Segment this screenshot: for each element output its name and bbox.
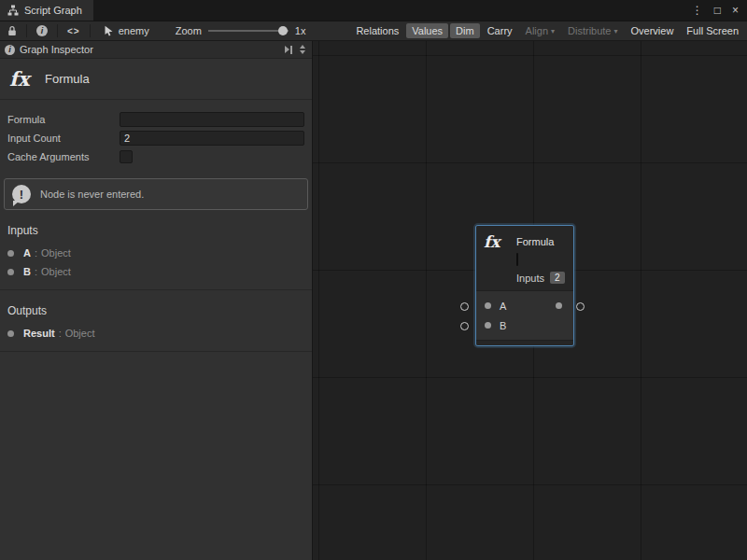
node-output-port-dot[interactable] <box>556 302 562 309</box>
graph-owner-label: enemy <box>119 25 149 36</box>
carry-button[interactable]: Carry <box>482 23 518 38</box>
window-menu-icon[interactable]: ⋮ <box>692 5 703 16</box>
external-port-circle[interactable] <box>460 302 469 311</box>
inspector-title: Graph Inspector <box>20 44 93 55</box>
external-port-circle[interactable] <box>576 302 585 311</box>
inspect-toggle-button[interactable]: i <box>29 21 55 40</box>
node-inputs-label: Inputs <box>516 273 544 284</box>
align-label: Align <box>526 25 548 36</box>
unit-title: Formula <box>45 72 90 86</box>
formula-fx-icon: fx <box>9 67 45 91</box>
inputs-section-header: Inputs <box>0 210 312 244</box>
tab-bar-spacer <box>93 0 692 21</box>
values-button[interactable]: Values <box>406 23 448 38</box>
distribute-label: Distribute <box>568 25 611 36</box>
port-type: Object <box>41 266 71 277</box>
inspector-header: i Graph Inspector <box>0 41 312 59</box>
zoom-control: Zoom 1x <box>176 25 306 36</box>
cache-arguments-checkbox[interactable] <box>120 150 133 163</box>
port-name: B <box>23 266 31 277</box>
outputs-section-header: Outputs <box>0 290 312 324</box>
warning-text: Node is never entered. <box>40 189 144 200</box>
dock-panel-button[interactable] <box>285 46 292 54</box>
port-dot-icon <box>7 269 14 275</box>
divider <box>0 351 312 352</box>
toolbar-buttons: Relations Values Dim Carry Align ▾ Distr… <box>349 21 747 40</box>
port-type: Object <box>65 328 95 339</box>
info-icon: i <box>36 25 48 36</box>
formula-node-header: fx Formula Inputs 2 <box>476 226 573 290</box>
separator <box>57 24 58 37</box>
formula-input[interactable] <box>120 112 304 127</box>
dim-label: Dim <box>456 25 474 36</box>
port-name: Result <box>23 328 55 339</box>
external-port-circle[interactable] <box>460 322 469 330</box>
relations-label: Relations <box>356 25 399 36</box>
node-title-row: fx Formula <box>484 232 566 251</box>
node-footer <box>476 340 573 345</box>
overview-label: Overview <box>631 25 674 36</box>
panel-stepper[interactable] <box>300 45 305 54</box>
carry-label: Carry <box>487 25 513 36</box>
lock-icon <box>7 25 17 36</box>
lock-button[interactable] <box>0 21 24 40</box>
zoom-slider[interactable] <box>208 30 289 32</box>
port-name: A <box>23 247 31 259</box>
node-checkbox[interactable] <box>516 253 518 266</box>
distribute-dropdown[interactable]: Distribute ▾ <box>562 23 623 38</box>
unit-settings: Formula Input Count Cache Arguments <box>0 100 312 166</box>
script-graph-window: Script Graph ⋮ □ × i <> <box>0 0 747 560</box>
formula-field-row: Formula <box>7 110 304 129</box>
tab-label: Script Graph <box>24 5 82 16</box>
unit-header: fx Formula <box>0 59 312 100</box>
warning-banner: ! Node is never entered. <box>4 178 308 210</box>
maximize-icon[interactable]: □ <box>714 5 721 16</box>
formula-node[interactable]: fx Formula Inputs 2 A B <box>476 226 573 345</box>
code-icon: <> <box>67 26 80 36</box>
script-graph-icon <box>7 5 19 16</box>
node-title: Formula <box>516 236 554 247</box>
cache-arguments-label: Cache Arguments <box>7 151 120 162</box>
align-dropdown[interactable]: Align ▾ <box>520 23 560 38</box>
node-inputs-row: Inputs 2 <box>516 272 566 284</box>
window-tab-bar: Script Graph ⋮ □ × <box>0 0 747 21</box>
tab-script-graph[interactable]: Script Graph <box>0 0 93 21</box>
arrow-down-icon <box>300 50 305 54</box>
warning-icon: ! <box>12 185 31 203</box>
port-dot-icon <box>7 330 14 337</box>
separator <box>90 24 91 37</box>
port-separator: : <box>59 328 62 339</box>
fullscreen-label: Full Screen <box>686 25 739 36</box>
dim-button[interactable]: Dim <box>450 23 480 38</box>
input-port-row-b: B : Object <box>0 262 312 281</box>
cache-arguments-field-row: Cache Arguments <box>7 147 304 166</box>
input-count-input[interactable] <box>120 131 304 146</box>
node-port-label: B <box>500 320 506 331</box>
output-port-row-result: Result : Object <box>0 324 312 343</box>
graph-toolbar: i <> enemy Zoom 1x Relations <box>0 21 747 41</box>
relations-button[interactable]: Relations <box>350 23 404 38</box>
info-icon: i <box>5 45 15 55</box>
node-input-port-b[interactable]: B <box>476 315 573 335</box>
port-dot-icon[interactable] <box>485 322 491 329</box>
port-type: Object <box>41 247 71 259</box>
edit-source-button[interactable]: <> <box>60 21 88 40</box>
arrow-bar-icon <box>290 46 292 54</box>
zoom-slider-knob[interactable] <box>278 26 288 35</box>
zoom-label: Zoom <box>176 25 202 36</box>
chevron-down-icon: ▾ <box>614 27 618 35</box>
graph-canvas[interactable]: fx Formula Inputs 2 A B <box>313 41 747 560</box>
input-count-field-row: Input Count <box>7 129 304 147</box>
overview-button[interactable]: Overview <box>626 23 680 38</box>
node-check-row <box>516 254 566 265</box>
window-controls: ⋮ □ × <box>692 0 747 21</box>
close-icon[interactable]: × <box>732 5 739 16</box>
formula-fx-icon: fx <box>484 232 516 251</box>
formula-node-ports: A B <box>476 290 573 340</box>
input-port-row-a: A : Object <box>0 244 312 262</box>
fullscreen-button[interactable]: Full Screen <box>681 23 744 38</box>
graph-owner-breadcrumb[interactable]: enemy <box>104 25 149 36</box>
port-dot-icon[interactable] <box>485 302 491 309</box>
arrow-right-icon <box>285 46 289 53</box>
node-inputs-value[interactable]: 2 <box>550 272 565 284</box>
